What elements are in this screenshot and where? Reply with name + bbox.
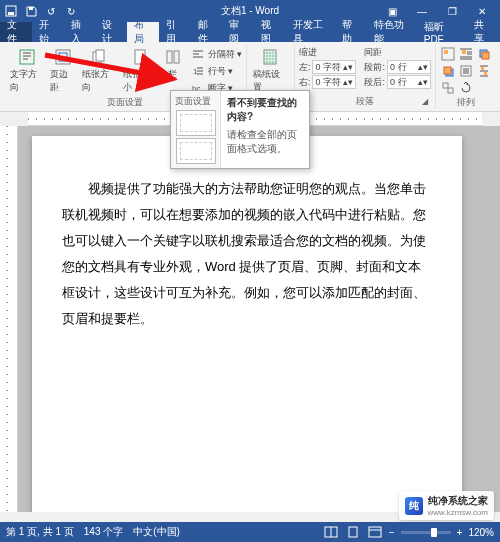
svg-rect-7 bbox=[96, 50, 104, 61]
margins-icon bbox=[53, 47, 73, 67]
bring-forward-icon[interactable] bbox=[476, 46, 492, 62]
print-layout-icon[interactable] bbox=[345, 524, 361, 540]
ribbon-tabs: 文件 开始 插入 设计 布局 引用 邮件 审阅 视图 开发工具 帮助 特色功能 … bbox=[0, 22, 500, 42]
indent-right-input[interactable]: 0 字符▴▾ bbox=[312, 75, 356, 89]
minimize-button[interactable]: — bbox=[408, 1, 436, 21]
tab-view[interactable]: 视图 bbox=[254, 22, 286, 42]
indent-left-input[interactable]: 0 字符▴▾ bbox=[312, 60, 356, 74]
svg-rect-8 bbox=[135, 50, 145, 64]
group-icon[interactable] bbox=[440, 80, 456, 96]
tab-mailings[interactable]: 邮件 bbox=[191, 22, 223, 42]
svg-rect-28 bbox=[349, 527, 357, 537]
tab-foxit[interactable]: 福昕PDF bbox=[417, 22, 467, 42]
zoom-in-button[interactable]: + bbox=[457, 527, 463, 538]
undo-icon[interactable]: ↺ bbox=[44, 4, 58, 18]
window-title: 文档1 - Word bbox=[221, 4, 279, 18]
watermark-logo-icon: 纯 bbox=[405, 497, 423, 515]
svg-rect-3 bbox=[20, 50, 34, 64]
svg-rect-18 bbox=[482, 52, 489, 59]
size-button[interactable]: 纸张大小 bbox=[121, 46, 159, 95]
columns-icon bbox=[163, 47, 183, 67]
restore-button[interactable]: ❐ bbox=[438, 1, 466, 21]
group-label-page-setup: 页面设置 bbox=[107, 97, 143, 107]
svg-rect-22 bbox=[481, 67, 484, 70]
svg-rect-10 bbox=[174, 51, 179, 63]
group-label-arrange: 排列 bbox=[440, 96, 492, 108]
tab-references[interactable]: 引用 bbox=[159, 22, 191, 42]
tab-file[interactable]: 文件 bbox=[0, 22, 32, 42]
line-numbers-icon: 1 bbox=[190, 63, 206, 79]
svg-rect-24 bbox=[443, 83, 448, 88]
svg-rect-4 bbox=[56, 50, 70, 64]
svg-rect-15 bbox=[444, 50, 448, 54]
zoom-value[interactable]: 120% bbox=[468, 527, 494, 538]
svg-rect-5 bbox=[59, 53, 67, 61]
web-layout-icon[interactable] bbox=[367, 524, 383, 540]
paper-settings-button[interactable]: 稿纸设置 bbox=[251, 46, 290, 95]
tab-design[interactable]: 设计 bbox=[95, 22, 127, 42]
spacing-before-input[interactable]: 0 行▴▾ bbox=[387, 60, 431, 74]
svg-rect-23 bbox=[484, 72, 487, 75]
status-lang[interactable]: 中文(中国) bbox=[133, 525, 180, 539]
spacing-before-label: 段前: bbox=[364, 61, 385, 74]
breaks-button[interactable]: 分隔符 ▾ bbox=[190, 46, 242, 62]
tab-developer[interactable]: 开发工具 bbox=[286, 22, 336, 42]
tab-layout[interactable]: 布局 bbox=[127, 22, 159, 42]
zoom-out-button[interactable]: − bbox=[389, 527, 395, 538]
svg-rect-25 bbox=[448, 88, 453, 93]
svg-rect-1 bbox=[8, 12, 14, 15]
paragraph-1: 视频提供了功能强大的方法帮助您证明您的观点。当您单击联机视频时，可以在想要添加的… bbox=[62, 176, 432, 332]
zoom-slider[interactable] bbox=[401, 531, 451, 534]
spacing-after-label: 段后: bbox=[364, 76, 385, 89]
paragraph-launcher[interactable]: ◢ bbox=[419, 95, 431, 107]
svg-rect-16 bbox=[462, 50, 466, 54]
share-button[interactable]: 共享 bbox=[466, 22, 500, 42]
tab-review[interactable]: 审阅 bbox=[222, 22, 254, 42]
line-numbers-button[interactable]: 1行号 ▾ bbox=[190, 63, 242, 79]
paper-icon bbox=[260, 47, 280, 67]
orientation-button[interactable]: 纸张方向 bbox=[80, 46, 118, 95]
watermark-title: 纯净系统之家 bbox=[428, 494, 488, 508]
watermark-url: www.kzmsw.com bbox=[428, 508, 488, 517]
group-label-paragraph: 段落 bbox=[356, 96, 374, 106]
status-words[interactable]: 143 个字 bbox=[84, 525, 123, 539]
send-backward-icon[interactable] bbox=[440, 63, 456, 79]
wrap-icon[interactable] bbox=[458, 46, 474, 62]
text-direction-icon bbox=[17, 47, 37, 67]
autosave-icon[interactable] bbox=[4, 4, 18, 18]
page-setup-tooltip: 页面设置 看不到要查找的内容? 请检查全部的页面格式选项。 bbox=[170, 90, 310, 169]
columns-button[interactable]: 栏 bbox=[161, 46, 185, 82]
tab-features[interactable]: 特色功能 bbox=[367, 22, 417, 42]
indent-header: 缩进 bbox=[299, 46, 357, 59]
share-label: 共享 bbox=[474, 18, 492, 46]
spacing-after-input[interactable]: 0 行▴▾ bbox=[387, 75, 431, 89]
align-icon[interactable] bbox=[476, 63, 492, 79]
vertical-ruler[interactable] bbox=[0, 126, 18, 512]
tooltip-thumbnail-icon bbox=[176, 138, 216, 164]
text-direction-button[interactable]: 文字方向 bbox=[8, 46, 46, 95]
group-paragraph: 缩进 左:0 字符▴▾ 右:0 字符▴▾ 间距 段前:0 行▴▾ 段后:0 行▴… bbox=[295, 44, 436, 109]
selection-pane-icon[interactable] bbox=[458, 63, 474, 79]
svg-rect-9 bbox=[167, 51, 172, 63]
document-page[interactable]: 视频提供了功能强大的方法帮助您证明您的观点。当您单击联机视频时，可以在想要添加的… bbox=[32, 136, 462, 512]
redo-icon[interactable]: ↻ bbox=[64, 4, 78, 18]
size-icon bbox=[130, 47, 150, 67]
tooltip-heading: 页面设置 bbox=[175, 95, 211, 108]
page-scroll[interactable]: 视频提供了功能强大的方法帮助您证明您的观点。当您单击联机视频时，可以在想要添加的… bbox=[18, 126, 500, 512]
status-page[interactable]: 第 1 页, 共 1 页 bbox=[6, 525, 74, 539]
tab-help[interactable]: 帮助 bbox=[335, 22, 367, 42]
save-icon[interactable] bbox=[24, 4, 38, 18]
watermark: 纯 纯净系统之家 www.kzmsw.com bbox=[399, 491, 494, 520]
read-mode-icon[interactable] bbox=[323, 524, 339, 540]
position-icon[interactable] bbox=[440, 46, 456, 62]
breaks-icon bbox=[190, 46, 206, 62]
rotate-icon[interactable] bbox=[458, 80, 474, 96]
tooltip-desc: 请检查全部的页面格式选项。 bbox=[227, 128, 303, 156]
margins-button[interactable]: 页边距 bbox=[48, 46, 78, 95]
svg-rect-2 bbox=[29, 7, 33, 10]
indent-left-label: 左: bbox=[299, 61, 311, 74]
tab-home[interactable]: 开始 bbox=[32, 22, 64, 42]
orientation-icon bbox=[89, 47, 109, 67]
tab-insert[interactable]: 插入 bbox=[64, 22, 96, 42]
document-area: 视频提供了功能强大的方法帮助您证明您的观点。当您单击联机视频时，可以在想要添加的… bbox=[0, 126, 500, 512]
